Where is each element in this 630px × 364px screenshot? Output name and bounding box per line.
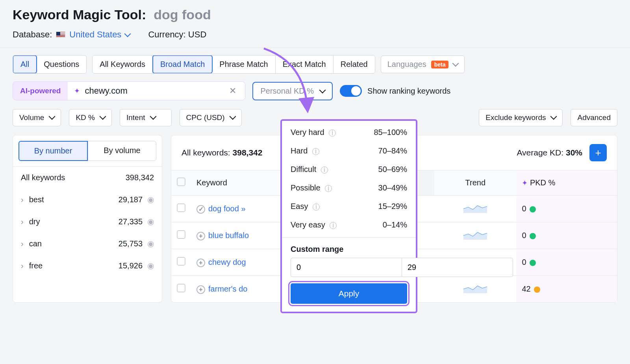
page-title: Keyword Magic Tool: dog food xyxy=(13,7,617,22)
kd-option[interactable]: Difficult i50–69% xyxy=(282,160,416,179)
intent-filter[interactable]: Intent xyxy=(120,109,172,126)
svg-marker-3 xyxy=(463,286,487,293)
svg-marker-0 xyxy=(463,206,487,213)
sparkle-icon: ✦ xyxy=(74,87,80,95)
chevron-down-icon xyxy=(151,113,156,122)
row-checkbox[interactable] xyxy=(177,230,185,239)
apply-button[interactable]: Apply xyxy=(291,283,407,304)
sidebar-group[interactable]: ›best29,187◉ xyxy=(13,188,162,211)
difficulty-dot xyxy=(530,233,536,239)
svg-marker-1 xyxy=(463,233,487,240)
chevron-right-icon: › xyxy=(21,261,24,270)
kd-filter[interactable]: KD % xyxy=(69,109,112,126)
tab-all[interactable]: All xyxy=(13,55,37,74)
clear-icon[interactable]: ✕ xyxy=(227,86,239,96)
row-checkbox[interactable] xyxy=(177,284,185,292)
sidebar-group[interactable]: ›free15,926◉ xyxy=(13,255,162,277)
plus-circle-icon[interactable]: + xyxy=(196,259,205,267)
custom-range-from[interactable] xyxy=(291,258,402,277)
pkd-cell: 0 xyxy=(516,196,617,222)
personal-kd-filter[interactable]: Personal KD % xyxy=(252,82,333,100)
chevron-down-icon xyxy=(50,113,54,122)
scope-segment: All Questions xyxy=(13,55,87,74)
chevron-down-icon xyxy=(551,113,556,122)
chevron-right-icon: › xyxy=(21,239,24,248)
keyword-link[interactable]: blue buffalo xyxy=(208,231,249,240)
sidebar-group[interactable]: ›dry27,335◉ xyxy=(13,211,162,233)
sparkle-icon: ✦ xyxy=(522,179,528,187)
check-circle-icon[interactable]: ✓ xyxy=(196,205,205,214)
chevron-down-icon xyxy=(230,113,235,122)
kd-option[interactable]: Very easy i0–14% xyxy=(282,216,416,234)
row-checkbox[interactable] xyxy=(177,257,185,266)
chevron-down-icon xyxy=(125,30,130,40)
pkd-cell: 42 xyxy=(516,276,617,303)
tab-by-number[interactable]: By number xyxy=(19,141,88,161)
tab-phrase-match[interactable]: Phrase Match xyxy=(212,55,275,73)
currency-label: Currency: USD xyxy=(148,30,206,40)
sidebar: By number By volume All keywords 398,342… xyxy=(13,135,162,303)
info-icon: i xyxy=(313,203,320,211)
ai-domain-chip: AI-powered ✦ ✕ xyxy=(13,81,245,100)
match-segment: All Keywords Broad Match Phrase Match Ex… xyxy=(92,55,375,74)
info-icon: i xyxy=(325,185,332,192)
show-ranking-toggle[interactable] xyxy=(340,85,362,97)
select-all-checkbox[interactable] xyxy=(177,177,185,186)
beta-badge: beta xyxy=(431,61,449,68)
volume-filter[interactable]: Volume xyxy=(13,109,61,126)
trend-cell xyxy=(434,222,516,249)
keyword-link[interactable]: chewy dog xyxy=(208,258,246,266)
sidebar-group[interactable]: ›can25,753◉ xyxy=(13,233,162,255)
chevron-down-icon xyxy=(453,60,458,69)
all-keywords-count: All keywords: 398,342 xyxy=(182,148,262,157)
trend-cell xyxy=(434,276,516,303)
database-selector[interactable]: Database: United States xyxy=(13,30,130,40)
difficulty-dot xyxy=(530,206,536,212)
tab-exact-match[interactable]: Exact Match xyxy=(276,55,334,73)
trend-cell xyxy=(434,196,516,222)
eye-icon[interactable]: ◉ xyxy=(147,217,154,226)
flag-us-icon xyxy=(56,31,65,38)
pkd-cell: 0 xyxy=(516,222,617,249)
kd-option[interactable]: Very hard i85–100% xyxy=(282,123,416,142)
eye-icon[interactable]: ◉ xyxy=(147,195,154,204)
chevron-down-icon xyxy=(320,87,325,96)
tab-related[interactable]: Related xyxy=(334,55,375,73)
pkd-cell: 0 xyxy=(516,249,617,276)
kd-option[interactable]: Hard i70–84% xyxy=(282,142,416,160)
info-icon: i xyxy=(329,129,336,137)
row-checkbox[interactable] xyxy=(177,203,185,212)
ai-powered-label: AI-powered xyxy=(13,82,68,100)
tab-all-keywords[interactable]: All Keywords xyxy=(93,55,153,73)
col-pkd[interactable]: ✦ PKD % xyxy=(516,170,617,196)
custom-range-to[interactable] xyxy=(402,258,513,277)
chevron-right-icon: › xyxy=(21,217,24,226)
kd-option[interactable]: Easy i15–29% xyxy=(282,197,416,216)
average-kd: Average KD: 30% xyxy=(517,148,582,157)
cpc-filter[interactable]: CPC (USD) xyxy=(180,109,242,126)
plus-circle-icon[interactable]: + xyxy=(196,232,205,240)
ai-domain-input[interactable] xyxy=(85,86,222,96)
toggle-label: Show ranking keywords xyxy=(367,87,450,96)
difficulty-dot xyxy=(534,286,540,293)
chevron-down-icon xyxy=(100,113,105,122)
info-icon: i xyxy=(312,148,319,155)
keyword-link[interactable]: dog food xyxy=(208,204,239,213)
sidebar-all-keywords[interactable]: All keywords 398,342 xyxy=(13,166,162,188)
tab-broad-match[interactable]: Broad Match xyxy=(152,55,213,74)
eye-icon[interactable]: ◉ xyxy=(147,239,154,248)
difficulty-dot xyxy=(530,260,536,266)
tab-by-volume[interactable]: By volume xyxy=(88,141,156,161)
tab-questions[interactable]: Questions xyxy=(37,55,86,73)
info-icon: i xyxy=(330,222,337,229)
add-button[interactable]: + xyxy=(589,144,607,161)
plus-circle-icon[interactable]: + xyxy=(196,285,205,294)
languages-dropdown[interactable]: Languages beta xyxy=(381,55,465,73)
eye-icon[interactable]: ◉ xyxy=(147,261,154,270)
col-trend[interactable]: Trend xyxy=(434,170,516,196)
advanced-filters[interactable]: Advanced xyxy=(571,109,617,126)
kd-option[interactable]: Possible i30–49% xyxy=(282,179,416,197)
info-icon: i xyxy=(321,166,328,174)
keyword-link[interactable]: farmer's do xyxy=(208,285,247,293)
exclude-keywords-filter[interactable]: Exclude keywords xyxy=(479,109,563,126)
